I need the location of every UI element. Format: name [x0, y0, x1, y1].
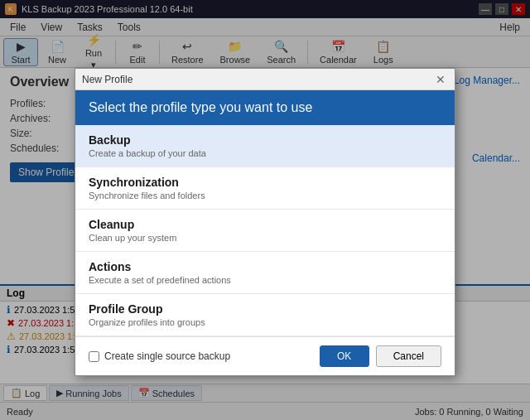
profile-option-group[interactable]: Profile Group Organize profiles into gro…	[75, 294, 455, 336]
profile-cleanup-desc: Clean up your system	[89, 233, 441, 243]
modal-body: Backup Create a backup of your data Sync…	[75, 125, 455, 336]
modal-header-text: Select the profile type you want to use	[89, 100, 312, 114]
profile-option-actions[interactable]: Actions Execute a set of predefined acti…	[75, 252, 455, 294]
profile-group-desc: Organize profiles into groups	[89, 317, 441, 327]
profile-actions-desc: Execute a set of predefined actions	[89, 275, 441, 285]
profile-backup-desc: Create a backup of your data	[89, 148, 441, 158]
profile-backup-title: Backup	[89, 133, 441, 147]
cancel-button[interactable]: Cancel	[376, 345, 441, 367]
profile-sync-title: Synchronization	[89, 176, 441, 189]
profile-cleanup-title: Cleanup	[89, 218, 441, 231]
modal-header: Select the profile type you want to use	[75, 90, 455, 125]
modal-checkbox-area: Create single source backup	[89, 350, 230, 362]
single-source-checkbox[interactable]	[89, 351, 99, 362]
modal-buttons: OK Cancel	[320, 345, 441, 367]
profile-group-title: Profile Group	[89, 302, 441, 316]
modal-title: New Profile	[82, 74, 132, 85]
profile-option-sync[interactable]: Synchronization Synchronize files and fo…	[75, 167, 455, 210]
profile-sync-desc: Synchronize files and folders	[89, 191, 441, 200]
modal-overlay: New Profile ✕ Select the profile type yo…	[0, 0, 530, 420]
profile-option-cleanup[interactable]: Cleanup Clean up your system	[75, 210, 455, 252]
modal-footer: Create single source backup OK Cancel	[75, 336, 455, 375]
ok-button[interactable]: OK	[320, 345, 369, 367]
profile-actions-title: Actions	[89, 260, 441, 273]
modal-dialog: New Profile ✕ Select the profile type yo…	[75, 68, 455, 376]
single-source-label: Create single source backup	[104, 350, 230, 362]
profile-option-backup[interactable]: Backup Create a backup of your data	[75, 125, 455, 167]
modal-close-button[interactable]: ✕	[433, 73, 448, 86]
modal-titlebar: New Profile ✕	[75, 69, 455, 90]
